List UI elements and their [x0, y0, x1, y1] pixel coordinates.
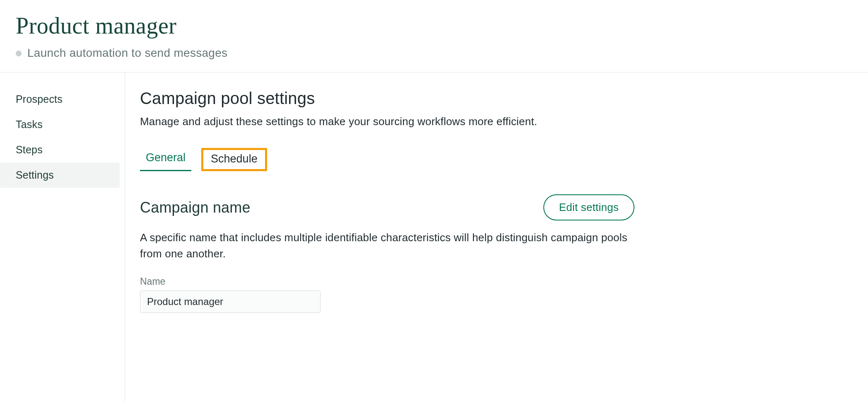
page-header: Product manager Launch automation to sen… — [0, 0, 868, 73]
name-field-label: Name — [140, 276, 634, 287]
page-title: Product manager — [16, 12, 868, 39]
settings-tabs: General Schedule — [140, 148, 634, 171]
tab-general[interactable]: General — [140, 148, 191, 171]
campaign-name-header-row: Campaign name Edit settings — [140, 194, 634, 220]
content-area: Campaign pool settings Manage and adjust… — [125, 73, 634, 402]
sidebar-item-tasks[interactable]: Tasks — [0, 112, 120, 137]
edit-settings-button[interactable]: Edit settings — [543, 194, 634, 220]
settings-description: Manage and adjust these settings to make… — [140, 115, 634, 128]
status-dot-icon — [16, 51, 22, 56]
campaign-name-input[interactable] — [140, 291, 321, 313]
campaign-name-title: Campaign name — [140, 199, 251, 216]
sidebar-item-steps[interactable]: Steps — [0, 137, 120, 162]
main-layout: Prospects Tasks Steps Settings Campaign … — [0, 73, 868, 402]
sidebar-item-prospects[interactable]: Prospects — [0, 87, 120, 112]
tab-schedule[interactable]: Schedule — [201, 148, 267, 171]
subtitle-row: Launch automation to send messages — [16, 46, 868, 60]
settings-title: Campaign pool settings — [140, 89, 634, 108]
sidebar-item-settings[interactable]: Settings — [0, 162, 120, 188]
sidebar: Prospects Tasks Steps Settings — [0, 73, 125, 402]
page-subtitle: Launch automation to send messages — [27, 46, 227, 60]
campaign-name-description: A specific name that includes multiple i… — [140, 230, 629, 262]
